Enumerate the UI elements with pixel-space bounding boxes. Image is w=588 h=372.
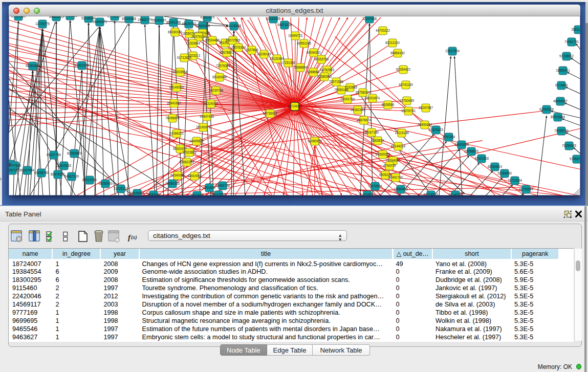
- svg-text:74061791: 74061791: [564, 40, 579, 43]
- svg-text:29558820: 29558820: [464, 149, 479, 153]
- svg-text:53148384: 53148384: [81, 16, 96, 20]
- svg-text:28190971: 28190971: [196, 125, 211, 129]
- svg-text:84094361: 84094361: [307, 51, 321, 54]
- svg-text:40321318: 40321318: [474, 157, 489, 160]
- svg-text:87319863: 87319863: [11, 16, 26, 18]
- svg-text:57455770: 57455770: [570, 157, 580, 161]
- svg-text:61712824: 61712824: [177, 56, 192, 59]
- svg-text:96494971: 96494971: [93, 20, 107, 24]
- svg-text:62493326: 62493326: [539, 107, 554, 111]
- svg-text:19689916: 19689916: [394, 187, 408, 191]
- svg-text:34239798: 34239798: [209, 89, 224, 92]
- svg-text:70571586: 70571586: [329, 80, 344, 83]
- svg-text:1527808: 1527808: [246, 48, 258, 52]
- svg-text:82678821: 82678821: [220, 51, 234, 54]
- svg-text:68854192: 68854192: [390, 51, 405, 55]
- svg-text:76201674: 76201674: [365, 96, 380, 100]
- svg-text:24960779: 24960779: [138, 18, 153, 21]
- svg-text:21287103: 21287103: [9, 168, 19, 172]
- svg-text:69149300: 69149300: [169, 85, 184, 89]
- svg-text:27752197: 27752197: [107, 16, 122, 18]
- svg-text:10736972: 10736972: [263, 112, 278, 115]
- svg-text:19405872: 19405872: [189, 139, 204, 143]
- svg-text:83212100: 83212100: [385, 41, 400, 45]
- svg-text:80297484: 80297484: [20, 168, 35, 172]
- svg-text:21926211: 21926211: [114, 187, 128, 190]
- svg-text:34352343: 34352343: [351, 108, 365, 112]
- svg-text:35811353: 35811353: [571, 28, 580, 31]
- svg-text:97881675: 97881675: [200, 16, 215, 19]
- svg-text:69524460: 69524460: [205, 38, 220, 42]
- svg-text:60340085: 60340085: [170, 173, 185, 177]
- svg-text:20619183: 20619183: [57, 164, 72, 167]
- svg-text:69741149: 69741149: [399, 83, 413, 86]
- svg-text:88197858: 88197858: [211, 193, 226, 195]
- svg-text:69203564: 69203564: [173, 70, 188, 74]
- svg-text:33284650: 33284650: [497, 171, 512, 175]
- svg-text:93976781: 93976781: [401, 109, 416, 113]
- svg-text:6663839: 6663839: [372, 139, 384, 142]
- svg-text:12643368: 12643368: [195, 24, 210, 28]
- svg-text:17151306: 17151306: [281, 61, 296, 64]
- svg-text:4740078: 4740078: [383, 164, 396, 167]
- svg-text:45629703: 45629703: [182, 22, 197, 26]
- svg-text:64667109: 64667109: [64, 174, 79, 178]
- svg-text:14119148: 14119148: [395, 131, 409, 135]
- svg-text:44753544: 44753544: [519, 187, 534, 191]
- svg-text:17323822: 17323822: [182, 150, 197, 154]
- svg-text:64551145: 64551145: [297, 41, 311, 45]
- svg-text:71224010: 71224010: [204, 102, 219, 105]
- svg-text:89915866: 89915866: [551, 115, 565, 119]
- svg-text:27146343: 27146343: [448, 193, 463, 195]
- svg-text:44703122: 44703122: [376, 29, 390, 32]
- svg-text:79295746: 79295746: [554, 129, 569, 133]
- svg-text:71263864: 71263864: [186, 41, 201, 45]
- svg-text:89217056: 89217056: [82, 178, 97, 182]
- svg-text:65160468: 65160468: [122, 17, 137, 20]
- svg-text:61066221: 61066221: [169, 132, 184, 135]
- svg-text:27763445: 27763445: [400, 99, 415, 102]
- svg-text:59224916: 59224916: [424, 193, 439, 195]
- svg-text:54128543: 54128543: [227, 24, 242, 28]
- svg-text:70358465: 70358465: [562, 144, 577, 147]
- svg-text:83083983: 83083983: [67, 151, 82, 155]
- svg-text:3871813: 3871813: [191, 193, 204, 195]
- svg-text:59240437: 59240437: [152, 18, 167, 22]
- svg-text:25576324: 25576324: [231, 46, 246, 49]
- svg-text:4757254: 4757254: [443, 135, 455, 139]
- svg-text:22321298: 22321298: [75, 63, 90, 67]
- svg-text:91080959: 91080959: [308, 139, 322, 143]
- svg-text:60491792: 60491792: [388, 176, 403, 179]
- svg-text:92580965: 92580965: [317, 75, 332, 78]
- svg-text:38167180: 38167180: [364, 130, 379, 134]
- svg-text:76096671: 76096671: [165, 116, 180, 120]
- svg-text:71676511: 71676511: [368, 184, 382, 188]
- svg-text:(x): (x): [131, 234, 137, 240]
- svg-text:57238912: 57238912: [559, 54, 574, 58]
- svg-text:72576359: 72576359: [216, 64, 231, 68]
- svg-text:8626596: 8626596: [382, 103, 395, 106]
- svg-text:24131984: 24131984: [270, 57, 285, 60]
- svg-text:21106149: 21106149: [257, 52, 271, 56]
- svg-text:34800696: 34800696: [454, 143, 469, 146]
- svg-text:26676674: 26676674: [357, 118, 372, 122]
- svg-text:98333793: 98333793: [314, 57, 329, 61]
- svg-text:60072565: 60072565: [226, 38, 241, 42]
- svg-text:19999723: 19999723: [288, 34, 303, 37]
- svg-text:12378775: 12378775: [35, 22, 50, 26]
- svg-text:53662255: 53662255: [180, 160, 194, 164]
- svg-text:68330181: 68330181: [168, 30, 183, 34]
- svg-text:48030900: 48030900: [98, 182, 113, 185]
- svg-text:98280830: 98280830: [26, 64, 40, 68]
- svg-text:35841887: 35841887: [167, 101, 182, 105]
- svg-text:68264814: 68264814: [488, 165, 503, 168]
- svg-text:94847435: 94847435: [200, 115, 214, 118]
- svg-text:82354422: 82354422: [396, 68, 411, 71]
- svg-text:14793831: 14793831: [360, 193, 375, 195]
- svg-text:9174466: 9174466: [555, 83, 568, 87]
- svg-text:75688894: 75688894: [293, 65, 308, 69]
- svg-text:44752583: 44752583: [320, 68, 335, 72]
- svg-text:61690025: 61690025: [376, 152, 390, 156]
- svg-text:12397668: 12397668: [362, 17, 377, 20]
- svg-text:15241764: 15241764: [340, 97, 355, 101]
